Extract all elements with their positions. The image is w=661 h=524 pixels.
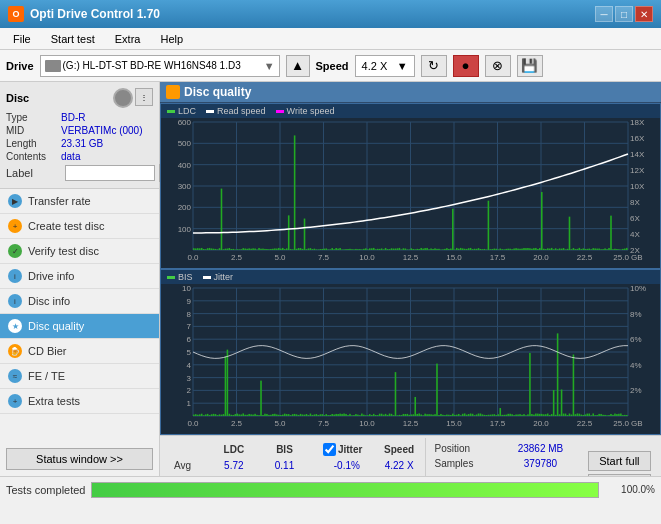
speed-dropdown-arrow[interactable]: ▼ — [397, 60, 408, 72]
sidebar-item-create-test-disc[interactable]: + Create test disc — [0, 214, 159, 239]
drive-select[interactable]: (G:) HL-DT-ST BD-RE WH16NS48 1.D3 ▼ — [40, 55, 280, 77]
eject-button[interactable]: ▲ — [286, 55, 310, 77]
jitter-checkbox[interactable] — [323, 443, 336, 456]
sidebar-item-fe-te[interactable]: ≈ FE / TE — [0, 364, 159, 389]
content-title: Disc quality — [184, 85, 251, 99]
menu-file[interactable]: File — [4, 30, 40, 48]
menu-bar: File Start test Extra Help — [0, 28, 661, 50]
progress-bar — [91, 482, 599, 498]
stats-bar: LDC BIS Jitter Speed Avg 5.7 — [160, 435, 661, 476]
sidebar-label-transfer-rate: Transfer rate — [28, 195, 91, 207]
disc-mid-label: MID — [6, 125, 61, 136]
disc-length-label: Length — [6, 138, 61, 149]
drive-label: Drive — [6, 60, 34, 72]
sidebar-item-transfer-rate[interactable]: ▶ Transfer rate — [0, 189, 159, 214]
sidebar-item-disc-quality[interactable]: ★ Disc quality — [0, 314, 159, 339]
sidebar-label-cd-bier: CD Bier — [28, 345, 67, 357]
erase-button[interactable]: ⊗ — [485, 55, 511, 77]
avg-jitter: -0.1% — [319, 459, 375, 472]
speed-select[interactable]: 4.2 X ▼ — [355, 55, 415, 77]
disc-info-icon: i — [8, 294, 22, 308]
save-button[interactable]: 💾 — [517, 55, 543, 77]
sidebar-item-disc-info[interactable]: i Disc info — [0, 289, 159, 314]
menu-extra[interactable]: Extra — [106, 30, 150, 48]
chart-ldc: LDC Read speed Write speed — [160, 103, 661, 269]
jitter-color-dot — [203, 276, 211, 279]
max-bis: 10 — [263, 474, 305, 476]
menu-start-test[interactable]: Start test — [42, 30, 104, 48]
position-value: 23862 MB — [501, 442, 580, 455]
avg-row-label: Avg — [170, 459, 204, 472]
disc-section: Disc ⋮ Type BD-R MID VERBATIMc (000) Len… — [0, 82, 159, 189]
legend-jitter-label: Jitter — [214, 272, 234, 282]
legend-bis-label: BIS — [178, 272, 193, 282]
max-row-label: Max — [170, 474, 204, 476]
jitter-label: Jitter — [338, 444, 362, 455]
disc-mid-row: MID VERBATIMc (000) — [6, 125, 153, 136]
progress-bar-fill — [92, 483, 598, 497]
sidebar-item-extra-tests[interactable]: + Extra tests — [0, 389, 159, 414]
disc-type-row: Type BD-R — [6, 112, 153, 123]
maximize-button[interactable]: □ — [615, 6, 633, 22]
sidebar-label-disc-info: Disc info — [28, 295, 70, 307]
legend-ldc-label: LDC — [178, 106, 196, 116]
stats-header-ldc: LDC — [206, 442, 261, 457]
disc-label-label: Label — [6, 167, 61, 179]
verify-test-disc-icon: ✓ — [8, 244, 22, 258]
drive-toolbar: Drive (G:) HL-DT-ST BD-RE WH16NS48 1.D3 … — [0, 50, 661, 82]
avg-ldc: 5.72 — [206, 459, 261, 472]
samples-value: 379780 — [501, 457, 580, 470]
sidebar-label-verify-test-disc: Verify test disc — [28, 245, 99, 257]
menu-help[interactable]: Help — [151, 30, 192, 48]
samples-label: Samples — [430, 457, 499, 470]
chart1-canvas — [161, 118, 660, 268]
cd-bier-icon: 🍺 — [8, 344, 22, 358]
progress-percent: 100.0% — [605, 484, 655, 495]
disc-section-title: Disc — [6, 92, 29, 104]
legend-read-speed: Read speed — [206, 106, 266, 116]
title-bar-left: O Opti Drive Control 1.70 — [8, 6, 160, 22]
action-buttons: Start full Start part — [584, 438, 655, 476]
speed-label: Speed — [316, 60, 349, 72]
content-header: Disc quality — [160, 82, 661, 103]
status-window-button[interactable]: Status window >> — [6, 448, 153, 470]
sidebar: Disc ⋮ Type BD-R MID VERBATIMc (000) Len… — [0, 82, 160, 476]
sidebar-item-verify-test-disc[interactable]: ✓ Verify test disc — [0, 239, 159, 264]
stats-table-section: LDC BIS Jitter Speed Avg 5.7 — [166, 438, 425, 476]
fe-te-icon: ≈ — [8, 369, 22, 383]
disc-quality-header-icon — [166, 85, 180, 99]
disc-options-button[interactable]: ⋮ — [135, 88, 153, 106]
disc-length-value: 23.31 GB — [61, 138, 103, 149]
transfer-rate-icon: ▶ — [8, 194, 22, 208]
start-full-button[interactable]: Start full — [588, 451, 651, 471]
disc-type-label: Type — [6, 112, 61, 123]
burn-button[interactable]: ● — [453, 55, 479, 77]
nav-items: ▶ Transfer rate + Create test disc ✓ Ver… — [0, 189, 159, 442]
position-label: Position — [430, 442, 499, 455]
status-text: Tests completed — [6, 484, 85, 496]
disc-label-input[interactable] — [65, 165, 155, 181]
legend-jitter: Jitter — [203, 272, 234, 282]
stats-header-speed: Speed — [377, 442, 422, 457]
minimize-button[interactable]: ─ — [595, 6, 613, 22]
avg-bis: 0.11 — [263, 459, 305, 472]
disc-label-row: Label ✎ — [6, 164, 153, 182]
legend-read-label: Read speed — [217, 106, 266, 116]
refresh-button[interactable]: ↻ — [421, 55, 447, 77]
close-button[interactable]: ✕ — [635, 6, 653, 22]
ldc-color-dot — [167, 110, 175, 113]
sidebar-item-cd-bier[interactable]: 🍺 CD Bier — [0, 339, 159, 364]
drive-icon — [45, 60, 61, 72]
disc-icon — [113, 88, 133, 108]
extra-tests-icon: + — [8, 394, 22, 408]
sidebar-item-drive-info[interactable]: i Drive info — [0, 264, 159, 289]
start-part-button[interactable]: Start part — [588, 474, 651, 477]
disc-contents-row: Contents data — [6, 151, 153, 162]
main-layout: Disc ⋮ Type BD-R MID VERBATIMc (000) Len… — [0, 82, 661, 476]
write-speed-color-dot — [276, 110, 284, 113]
legend-bis: BIS — [167, 272, 193, 282]
drive-dropdown-arrow[interactable]: ▼ — [264, 60, 275, 72]
position-stats-section: Position 23862 MB Samples 379780 4.2 X ▼ — [425, 438, 583, 476]
legend-write-speed: Write speed — [276, 106, 335, 116]
jitter-checkbox-row: Jitter — [323, 443, 371, 456]
